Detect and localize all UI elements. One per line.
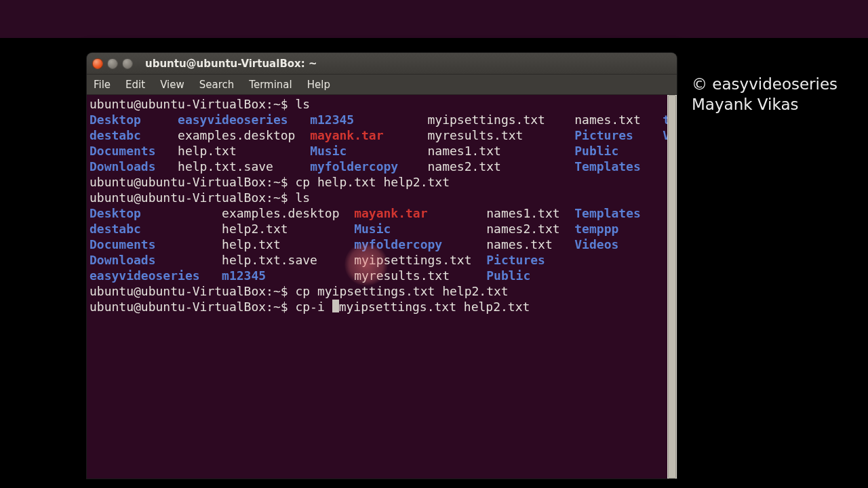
menubar: File Edit View Search Terminal Help (87, 75, 677, 95)
terminal-line: Documents help.txt myfoldercopy names.tx… (90, 237, 665, 252)
terminal-line: ubuntu@ubuntu-VirtualBox:~$ cp-i myipset… (90, 299, 665, 314)
terminal-line: Desktop easyvideoseries m12345 myipsetti… (90, 112, 665, 127)
terminal-body[interactable]: ubuntu@ubuntu-VirtualBox:~$ lsDesktop ea… (87, 95, 667, 479)
terminal-window: ubuntu@ubuntu-VirtualBox: ~ File Edit Vi… (87, 53, 677, 479)
terminal-line: ubuntu@ubuntu-VirtualBox:~$ ls (90, 96, 665, 112)
terminal-line: destabc examples.desktop mayank.tar myre… (90, 127, 665, 143)
terminal-line: ubuntu@ubuntu-VirtualBox:~$ cp myipsetti… (90, 283, 665, 299)
menu-edit[interactable]: Edit (125, 79, 145, 91)
menu-file[interactable]: File (94, 79, 111, 91)
terminal-line: destabc help2.txt Music names2.txt tempp… (90, 221, 665, 237)
watermark: © easyvideoseries Mayank Vikas (692, 75, 868, 115)
watermark-line2: Mayank Vikas (692, 95, 868, 115)
terminal-line: easyvideoseries m12345 myresults.txt Pub… (90, 268, 665, 283)
titlebar[interactable]: ubuntu@ubuntu-VirtualBox: ~ (87, 53, 677, 75)
menu-search[interactable]: Search (199, 79, 235, 91)
maximize-icon[interactable] (122, 58, 133, 69)
window-title: ubuntu@ubuntu-VirtualBox: ~ (145, 58, 317, 70)
terminal-cursor (332, 300, 339, 312)
terminal-line: Downloads help.txt.save myfoldercopy nam… (90, 159, 665, 174)
scrollbar[interactable] (667, 95, 677, 479)
scrollbar-thumb[interactable] (668, 95, 676, 479)
close-icon[interactable] (92, 58, 103, 69)
menu-help[interactable]: Help (307, 79, 330, 91)
watermark-line1: © easyvideoseries (692, 75, 868, 95)
minimize-icon[interactable] (107, 58, 118, 69)
video-top-strip (0, 0, 868, 38)
menu-terminal[interactable]: Terminal (249, 79, 292, 91)
terminal-line: Documents help.txt Music names1.txt Publ… (90, 143, 665, 159)
menu-view[interactable]: View (160, 79, 184, 91)
terminal-line: Desktop examples.desktop mayank.tar name… (90, 205, 665, 221)
terminal-line: ubuntu@ubuntu-VirtualBox:~$ cp help.txt … (90, 174, 665, 190)
terminal-line: Downloads help.txt.save myipsettings.txt… (90, 252, 665, 268)
terminal-line: ubuntu@ubuntu-VirtualBox:~$ ls (90, 190, 665, 205)
